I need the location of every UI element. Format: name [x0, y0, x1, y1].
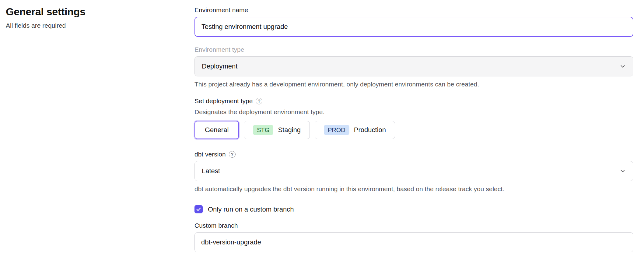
environment-type-help-text: This project already has a development e…	[194, 80, 633, 88]
deployment-type-staging-label: Staging	[278, 126, 301, 134]
environment-settings-form: Environment name Environment type Deploy…	[194, 6, 633, 263]
settings-header: General settings All fields are required	[6, 6, 194, 263]
deployment-type-production-label: Production	[354, 126, 386, 134]
environment-name-input[interactable]	[194, 17, 633, 37]
help-icon[interactable]: ?	[229, 151, 236, 158]
page-subtitle: All fields are required	[6, 22, 194, 29]
dbt-version-field: dbt version ? Latest dbt automatically u…	[194, 150, 633, 193]
dbt-version-help-text: dbt automatically upgrades the dbt versi…	[194, 185, 633, 193]
dbt-version-select[interactable]: Latest	[194, 161, 633, 181]
custom-branch-checkbox-label[interactable]: Only run on a custom branch	[208, 205, 294, 213]
deployment-type-general-button[interactable]: General	[194, 121, 239, 139]
check-icon	[196, 207, 201, 212]
deployment-type-options: General STG Staging PROD Production	[194, 121, 633, 139]
chevron-down-icon	[619, 168, 626, 174]
environment-name-field: Environment name	[194, 6, 633, 37]
chevron-down-icon	[619, 63, 626, 70]
custom-branch-checkbox[interactable]	[194, 205, 203, 213]
environment-type-selected-value: Deployment	[202, 62, 237, 70]
deployment-type-staging-button[interactable]: STG Staging	[244, 121, 310, 139]
production-badge: PROD	[324, 125, 349, 135]
dbt-version-selected-value: Latest	[202, 167, 220, 175]
environment-type-select[interactable]: Deployment	[194, 56, 633, 76]
dbt-version-label: dbt version	[194, 150, 226, 158]
deployment-type-production-button[interactable]: PROD Production	[315, 121, 395, 139]
environment-settings-page: General settings All fields are required…	[0, 0, 644, 263]
custom-branch-field: Custom branch	[194, 221, 633, 252]
deployment-type-description: Designates the deployment environment ty…	[194, 108, 633, 116]
dbt-version-label-row: dbt version ?	[194, 150, 633, 158]
custom-branch-input[interactable]	[194, 232, 633, 252]
help-icon[interactable]: ?	[256, 98, 262, 104]
environment-name-label: Environment name	[194, 6, 633, 14]
deployment-type-label: Set deployment type	[194, 97, 253, 105]
deployment-type-general-label: General	[205, 126, 229, 134]
custom-branch-label: Custom branch	[194, 221, 633, 230]
deployment-type-label-row: Set deployment type ?	[194, 97, 633, 105]
custom-branch-checkbox-row: Only run on a custom branch	[194, 205, 633, 213]
deployment-type-field: Set deployment type ? Designates the dep…	[194, 97, 633, 139]
page-title: General settings	[6, 6, 194, 18]
environment-type-label: Environment type	[194, 45, 633, 54]
staging-badge: STG	[253, 125, 273, 135]
environment-type-field: Environment type Deployment This project…	[194, 45, 633, 88]
